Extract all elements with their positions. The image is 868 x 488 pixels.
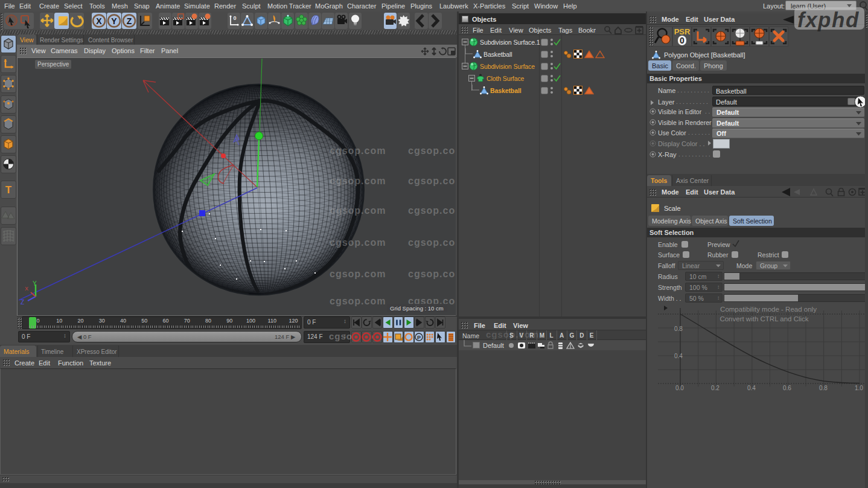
svg-text:0.8: 0.8: [819, 385, 828, 391]
svg-text:0.6: 0.6: [783, 385, 791, 391]
svg-text:X: X: [25, 286, 28, 292]
svg-text:0.0: 0.0: [675, 385, 684, 391]
svg-text:0: 0: [233, 15, 236, 21]
svg-text:Z: Z: [127, 16, 132, 26]
svg-text:0: 0: [680, 36, 685, 45]
svg-text:0.4: 0.4: [747, 385, 756, 391]
svg-text:1.0: 1.0: [855, 385, 863, 391]
svg-text:P: P: [417, 335, 421, 341]
svg-text:0.4: 0.4: [674, 353, 683, 359]
svg-text:0.8: 0.8: [674, 326, 683, 332]
svg-text:0.2: 0.2: [711, 385, 720, 391]
svg-text:Z: Z: [21, 299, 24, 306]
svg-text:Y: Y: [111, 16, 117, 26]
svg-text:Compatibility mode - Read only: Compatibility mode - Read only: [720, 306, 817, 313]
svg-text:Convert with CTRL and Click: Convert with CTRL and Click: [720, 315, 808, 323]
svg-text:T: T: [5, 184, 12, 196]
svg-text:Y: Y: [33, 280, 37, 287]
svg-text:X: X: [96, 16, 102, 26]
svg-text:PSR: PSR: [674, 27, 691, 36]
